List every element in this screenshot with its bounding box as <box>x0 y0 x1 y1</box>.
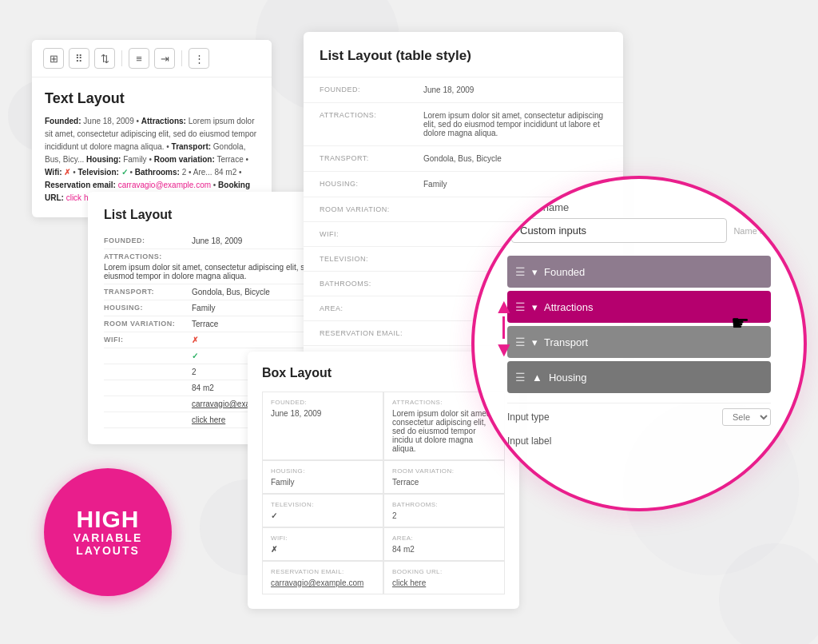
list-row-founded: FOUNDED: June 18, 2009 <box>104 233 336 249</box>
list-label-housing: HOUSING: <box>104 304 192 312</box>
card-toolbar: ⊞ ⠿ ⇅ ≡ ⇥ ⋮ <box>32 40 272 78</box>
main-label-founded: FOUNDED: <box>320 85 423 94</box>
box-value-housing: Family <box>271 478 375 487</box>
main-row-attractions: ATTRACTIONS: Lorem ipsum dolor sit amet,… <box>304 102 623 145</box>
drag-handle-transport: ☰ <box>515 336 526 348</box>
input-label-row: Input label <box>507 431 771 451</box>
list-label-wifi: WIFI: <box>104 336 192 344</box>
list-row-housing: HOUSING: Family <box>104 300 336 316</box>
name-of-label: Name of <box>733 226 767 236</box>
main-label-area: AREA: <box>320 304 423 312</box>
main-label-attractions: ATTRACTIONS: <box>320 111 423 137</box>
input-label-text: Input label <box>507 435 551 447</box>
box-value-room-variation: Terrace <box>392 478 496 487</box>
badge-layouts-text: LAYOUTS <box>76 544 140 557</box>
box-cell-television: TELEVISION: ✓ <box>262 494 383 527</box>
list-label-attractions: ATTRACTIONS: <box>104 252 192 260</box>
main-label-transport: TRANSPORT: <box>320 154 423 163</box>
field-label-housing: Housing <box>549 372 763 384</box>
list-row-wifi: WIFI: ✗ <box>104 332 336 348</box>
chevron-updown-icon[interactable]: ⇅ <box>94 48 115 69</box>
list-label-founded: FOUNDED: <box>104 237 192 245</box>
field-row-attractions[interactable]: ☰ ▾ Attractions <box>507 291 771 323</box>
drag-handle-attractions: ☰ <box>515 300 526 313</box>
box-label-founded: FOUNDED: <box>271 399 375 406</box>
box-value-booking-url[interactable]: click here <box>392 578 426 587</box>
box-label-television: TELEVISION: <box>271 501 375 508</box>
badge-variable-text: VARIABLE <box>73 531 143 544</box>
badge-circle: HIGH VARIABLE LAYOUTS <box>44 468 172 596</box>
text-layout-title: Text Layout <box>45 90 259 107</box>
input-type-row: Input type Sele <box>507 403 771 431</box>
toolbar-separator <box>121 50 122 66</box>
list-row-transport: TRANSPORT: Gondola, Bus, Bicycle <box>104 284 336 300</box>
box-value-television: ✓ <box>271 511 375 520</box>
list-label-television <box>104 352 192 360</box>
main-value-transport: Gondola, Bus, Bicycle <box>423 154 607 163</box>
more-icon[interactable]: ⋮ <box>189 48 209 69</box>
field-row-transport[interactable]: ☰ ▾ Transport <box>507 326 771 358</box>
toolbar-separator-2 <box>181 50 182 66</box>
field-label-attractions: Attractions <box>544 301 763 313</box>
box-value-attractions: Lorem ipsum dolor sit amet, consectetur … <box>392 409 496 453</box>
field-label-founded: Founded <box>544 266 763 278</box>
box-value-wifi: ✗ <box>271 545 375 554</box>
box-cell-wifi: WIFI: ✗ <box>262 527 383 561</box>
chevron-transport: ▾ <box>532 336 538 348</box>
box-label-area: AREA: <box>392 535 496 542</box>
box-label-wifi: WIFI: <box>271 535 375 542</box>
main-label-wifi: WIFI: <box>320 230 423 238</box>
main-label-reservation-email: RESERVATION EMAIL: <box>320 329 423 337</box>
group-name-label: Group name <box>511 201 767 213</box>
drag-icon[interactable]: ⠿ <box>69 48 89 69</box>
box-grid: FOUNDED: June 18, 2009 ATTRACTIONS: Lore… <box>262 392 505 594</box>
box-cell-area: AREA: 84 m2 <box>383 527 505 561</box>
list-value-attractions: Lorem ipsum dolor sit amet, consectetur … <box>104 263 336 280</box>
main-row-founded: FOUNDED: June 18, 2009 <box>304 77 623 102</box>
box-cell-room-variation: ROOM VARIATION: Terrace <box>383 460 505 494</box>
box-cell-housing: HOUSING: Family <box>262 460 383 494</box>
main-label-bathrooms: BATHROOMS: <box>320 280 423 288</box>
field-row-housing[interactable]: ☰ ▲ Housing <box>507 361 771 393</box>
list-label-reservation-email <box>104 400 192 408</box>
box-label-booking-url: BOOKING URL: <box>392 568 496 575</box>
chevron-housing: ▲ <box>532 372 542 384</box>
reservation-email-link[interactable]: carravagio@example.com <box>118 181 211 189</box>
box-cell-booking-url: BOOKING URL: click here <box>383 561 505 594</box>
list-label-booking-url <box>104 415 192 424</box>
box-value-reservation-email[interactable]: carravagio@example.com <box>271 578 363 587</box>
box-value-bathrooms: 2 <box>392 511 496 520</box>
align-right-icon[interactable]: ⇥ <box>154 48 175 69</box>
drag-handle-founded: ☰ <box>515 265 526 278</box>
input-type-select[interactable]: Sele <box>722 408 771 426</box>
box-label-housing: HOUSING: <box>271 467 375 475</box>
main-row-transport: TRANSPORT: Gondola, Bus, Bicycle <box>304 145 623 171</box>
box-cell-reservation-email: RESERVATION EMAIL: carravagio@example.co… <box>262 561 383 594</box>
list-label-bathrooms <box>104 368 192 376</box>
box-label-bathrooms: BATHROOMS: <box>392 501 496 508</box>
drag-handle-housing: ☰ <box>515 371 526 384</box>
main-value-founded: June 18, 2009 <box>423 85 607 94</box>
badge-high-text: HIGH <box>77 507 140 531</box>
list-layout-title: List Layout <box>104 208 336 222</box>
main-panel-title: List Layout (table style) <box>304 48 623 77</box>
list-label-transport: TRANSPORT: <box>104 288 192 296</box>
box-cell-founded: FOUNDED: June 18, 2009 <box>262 392 383 460</box>
field-label-transport: Transport <box>544 336 763 348</box>
list-label-room-variation: ROOM VARIATION: <box>104 320 192 328</box>
main-label-housing: HOUSING: <box>320 180 423 189</box>
group-name-row: Name of <box>511 218 767 243</box>
text-layout-card: ⊞ ⠿ ⇅ ≡ ⇥ ⋮ Text Layout Founded: June 18… <box>32 40 272 217</box>
list-row-attractions: ATTRACTIONS: Lorem ipsum dolor sit amet,… <box>104 249 336 284</box>
chevron-attractions: ▾ <box>532 301 538 313</box>
input-type-label: Input type <box>507 411 550 423</box>
grid-icon[interactable]: ⊞ <box>43 48 64 69</box>
box-label-reservation-email: RESERVATION EMAIL: <box>271 568 375 575</box>
main-label-room-variation: ROOM VARIATION: <box>320 205 423 213</box>
box-layout-title: Box Layout <box>262 366 505 380</box>
align-left-icon[interactable]: ≡ <box>129 48 149 69</box>
group-name-input[interactable] <box>511 218 727 243</box>
field-row-founded[interactable]: ☰ ▾ Founded <box>507 256 771 288</box>
main-value-attractions: Lorem ipsum dolor sit amet, consectetur … <box>423 111 607 137</box>
circle-overlay-panel: Group name Name of ☰ ▾ Founded ☰ ▾ Attra… <box>471 176 807 511</box>
